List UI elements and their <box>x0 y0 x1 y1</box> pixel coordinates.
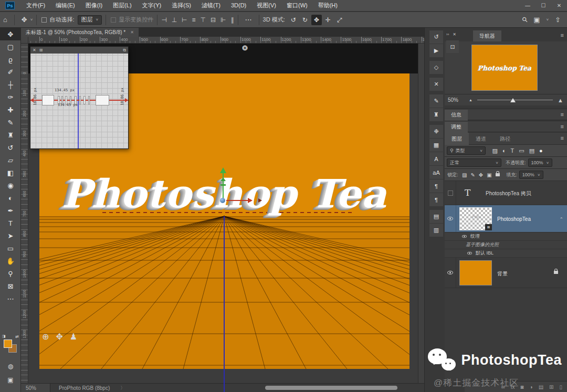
visibility-toggle[interactable] <box>445 205 456 232</box>
workspace-icon[interactable]: ▣ <box>533 16 540 24</box>
lock-paint-icon[interactable]: ✎ <box>470 172 475 178</box>
3d-light-icon[interactable]: ❂ <box>242 44 248 52</box>
toolbar-more[interactable]: ⋯ <box>0 292 21 305</box>
vertical-scrollbar[interactable] <box>418 44 424 392</box>
layer-filter-dropdown[interactable]: ⚲ 类型 ˅ <box>447 146 486 155</box>
secondary-3d-view[interactable]: ✕ ⊞ ⧉ 134.45 px <box>30 46 129 149</box>
paragraph-styles-panel-icon[interactable]: ¶ <box>429 193 443 206</box>
visibility-toggle[interactable] <box>445 181 456 205</box>
texture-label[interactable]: 纹理 <box>470 233 480 240</box>
layer-name[interactable]: PhotoshopTea <box>497 216 531 222</box>
zoom-in-icon[interactable]: ▲ <box>558 97 563 103</box>
fill-field[interactable]: 100% ˅ <box>519 171 543 179</box>
menu-item[interactable]: 帮助(H) <box>313 0 343 11</box>
history-brush-tool[interactable]: ↺ <box>0 141 21 154</box>
opacity-field[interactable]: 100% ˅ <box>528 158 552 167</box>
move-tool-icon[interactable]: ✥ <box>18 16 30 24</box>
vertical-ruler[interactable]: 0100200300400500600700800900100011001200… <box>21 44 28 392</box>
info-panel-bar[interactable]: 信息 ≡ <box>445 109 567 120</box>
align-left-edges-icon[interactable]: ⊣ <box>161 16 166 24</box>
collapse-layer-icon[interactable]: ⌃ <box>559 217 563 222</box>
3d-axis-center[interactable] <box>220 198 225 203</box>
路径[interactable]: 路径 <box>493 133 517 145</box>
3d-axis-x-arrow[interactable] <box>248 198 253 203</box>
type-tool[interactable]: T <box>0 217 21 229</box>
clone-stamp-tool[interactable]: ♜ <box>0 129 21 141</box>
eyedropper-tool[interactable]: ✑ <box>0 91 21 103</box>
menu-item[interactable]: 图像(I) <box>80 0 108 11</box>
libraries-panel-icon[interactable]: ▥ <box>429 224 443 237</box>
secondary-view-close-icon[interactable]: ✕ <box>33 48 36 52</box>
search-icon[interactable]: ⚲ <box>520 15 529 24</box>
swap-colors-icon[interactable]: ⇄ <box>15 334 19 339</box>
close-tab-icon[interactable]: ✕ <box>130 30 134 35</box>
show-transform-checkbox[interactable] <box>111 17 116 23</box>
close-panel-icon[interactable]: ✕ <box>453 32 456 37</box>
visibility-toggle[interactable] <box>445 258 456 288</box>
menu-item[interactable]: 图层(L) <box>108 0 136 11</box>
timeline-panel-icon[interactable]: ▤ <box>429 210 443 223</box>
panel-menu-icon[interactable]: ≡ <box>561 111 564 118</box>
filter-pixel-layers-icon[interactable]: ▨ <box>492 147 498 154</box>
layer-comps-panel-icon[interactable]: ⊡ <box>446 40 459 53</box>
move-tool[interactable]: ✥ <box>0 28 21 40</box>
align-top-edges-icon[interactable]: ⊤ <box>201 16 206 24</box>
screen-mode-button[interactable]: ▣ <box>0 374 21 386</box>
layer-row-text[interactable]: T PhotoshopTea 拷贝 <box>445 181 567 205</box>
hand-tool[interactable]: ✋ <box>0 255 21 267</box>
filter-adjustment-layers-icon[interactable]: ◐ <box>502 147 506 154</box>
glyphs-panel-icon[interactable]: aA <box>429 166 443 179</box>
horizontal-ruler[interactable]: 0100200300400500600700800900100011001200… <box>28 37 424 44</box>
dodge-tool[interactable]: ◐ <box>0 192 21 204</box>
align-v-centers-icon[interactable]: ⊟ <box>211 16 216 24</box>
3d-roll-icon[interactable]: ↻ <box>300 15 310 25</box>
navigator-zoom-value[interactable]: 50% <box>448 97 464 103</box>
3d-panel-icon[interactable]: ◇ <box>429 61 443 74</box>
3d-rotate-icon[interactable]: ↺ <box>288 15 299 25</box>
chevron-down-icon[interactable]: ˅ <box>546 17 549 22</box>
menu-item[interactable]: 选择(S) <box>166 0 196 11</box>
secondary-view-swap-icon[interactable]: ⊞ <box>39 48 43 52</box>
auto-select-dropdown[interactable]: 图层 ˅ <box>78 15 102 25</box>
filter-shape-layers-icon[interactable]: ▭ <box>519 147 524 154</box>
lasso-tool[interactable]: ϱ <box>0 53 21 66</box>
default-colors-icon[interactable]: ◨ <box>2 334 6 338</box>
healing-brush-tool[interactable]: ✚ <box>0 103 21 116</box>
3d-axis-y-cone[interactable] <box>220 177 226 181</box>
crop-tool[interactable]: ┼ <box>0 78 21 91</box>
color-panel-icon[interactable]: ❉ <box>429 125 443 138</box>
navigator-preview[interactable]: Photoshop Tea <box>471 45 538 91</box>
menu-item[interactable]: 视图(V) <box>251 0 281 11</box>
3d-slide-icon[interactable]: ✛ <box>323 15 333 25</box>
menu-item[interactable]: 3D(D) <box>226 0 251 11</box>
eye-icon[interactable] <box>467 252 472 255</box>
minimize-icon[interactable]: — <box>520 0 536 11</box>
layer-row-background[interactable]: 背景 <box>445 258 567 288</box>
ruler-corner[interactable] <box>21 37 28 44</box>
marquee-tool[interactable]: ▢ <box>0 40 21 53</box>
3d-axis-y-handle[interactable] <box>220 184 226 186</box>
通道[interactable]: 通道 <box>469 133 493 145</box>
menu-item[interactable]: 文字(Y) <box>137 0 167 11</box>
menu-item[interactable]: 窗口(W) <box>281 0 313 11</box>
lock-all-icon[interactable] <box>496 173 500 176</box>
status-chevron-icon[interactable]: 〉 <box>120 385 125 391</box>
layer-sub-row-ibl[interactable]: 默认 IBL <box>445 249 567 258</box>
brush-tool[interactable]: ✎ <box>0 116 21 129</box>
close-icon[interactable]: ✕ <box>551 0 567 11</box>
path-select-tool[interactable]: ➤ <box>0 229 21 242</box>
maximize-icon[interactable]: ☐ <box>536 0 551 11</box>
menu-item[interactable]: 编辑(E) <box>50 0 80 11</box>
menu-item[interactable]: 滤镜(T) <box>196 0 226 11</box>
orbit-3d-camera-icon[interactable]: ⊕ <box>42 332 49 342</box>
align-h-centers-icon[interactable]: ⊥ <box>172 16 177 24</box>
actions-panel-icon[interactable]: ▶ <box>429 44 443 57</box>
distribute-h-icon[interactable]: ≡ <box>192 16 196 24</box>
layer-thumbnail[interactable]: PTea ⧈ <box>459 207 492 230</box>
quick-selection-tool[interactable]: ✐ <box>0 66 21 78</box>
tab-adjustments[interactable]: 调整 <box>445 122 468 133</box>
ibl-default-label[interactable]: 默认 IBL <box>476 250 494 257</box>
foreground-color-swatch[interactable] <box>4 340 12 348</box>
character-panel-icon[interactable]: A <box>429 152 443 165</box>
horizontal-scrollbar-thumb[interactable] <box>265 386 397 390</box>
